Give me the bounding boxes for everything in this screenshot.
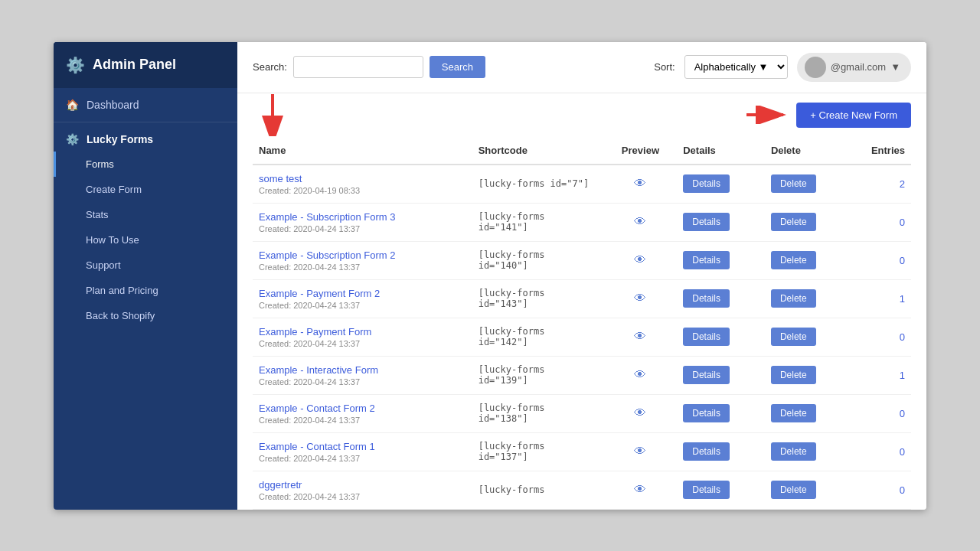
eye-icon[interactable]: 👁 bbox=[634, 368, 646, 381]
shortcode-cell: [lucky-forms id="142"] bbox=[472, 318, 604, 356]
form-name-link[interactable]: Example - Contact Form 1 bbox=[259, 441, 375, 452]
delete-button[interactable]: Delete bbox=[771, 481, 816, 499]
delete-button[interactable]: Delete bbox=[771, 174, 816, 193]
details-button[interactable]: Details bbox=[683, 366, 730, 384]
shortcode-cell: [lucky-forms id="140"] bbox=[472, 241, 604, 279]
form-date: Created: 2020-04-24 13:37 bbox=[259, 416, 466, 425]
search-label: Search: bbox=[253, 61, 287, 73]
details-button[interactable]: Details bbox=[683, 251, 730, 269]
preview-cell: 👁 bbox=[604, 241, 678, 279]
sidebar-item-forms[interactable]: Forms bbox=[54, 152, 237, 177]
delete-button[interactable]: Delete bbox=[771, 213, 816, 231]
entries-cell: 1 bbox=[853, 356, 911, 394]
arrow-down-svg bbox=[257, 94, 288, 136]
eye-icon[interactable]: 👁 bbox=[634, 445, 646, 458]
delete-cell: Delete bbox=[765, 432, 853, 471]
form-date: Created: 2020-04-24 13:37 bbox=[259, 262, 466, 272]
sort-label: Sort: bbox=[654, 61, 675, 73]
eye-icon[interactable]: 👁 bbox=[634, 177, 646, 190]
form-name-link[interactable]: Example - Payment Form 2 bbox=[259, 288, 380, 299]
form-name-link[interactable]: Example - Subscription Form 2 bbox=[259, 249, 395, 261]
details-cell: Details bbox=[677, 165, 765, 204]
eye-icon[interactable]: 👁 bbox=[634, 406, 646, 419]
form-name-link[interactable]: Example - Contact Form 2 bbox=[259, 403, 375, 414]
table-row: dggertretr Created: 2020-04-24 13:37 [lu… bbox=[253, 471, 911, 509]
shortcode-cell: [lucky-forms id="138"] bbox=[472, 394, 604, 432]
delete-button[interactable]: Delete bbox=[771, 251, 816, 269]
sidebar-item-stats[interactable]: Stats bbox=[54, 202, 237, 227]
details-button[interactable]: Details bbox=[683, 404, 730, 422]
delete-button[interactable]: Delete bbox=[771, 404, 816, 422]
form-date: Created: 2020-04-19 08:33 bbox=[259, 186, 466, 195]
create-new-form-button[interactable]: + Create New Form bbox=[796, 103, 911, 128]
delete-button[interactable]: Delete bbox=[771, 442, 816, 461]
form-name-link[interactable]: Example - Payment Form bbox=[259, 326, 371, 337]
sidebar: ⚙️ Admin Panel 🏠 Dashboard ⚙️ Lucky Form… bbox=[54, 42, 237, 510]
details-cell: Details bbox=[677, 432, 765, 471]
entries-cell: 1 bbox=[853, 279, 911, 318]
entries-cell: 0 bbox=[853, 318, 911, 356]
app-container: ⚙️ Admin Panel 🏠 Dashboard ⚙️ Lucky Form… bbox=[54, 42, 926, 510]
eye-icon[interactable]: 👁 bbox=[634, 330, 646, 343]
table-row: some test Created: 2020-04-19 08:33 [luc… bbox=[253, 165, 911, 204]
details-cell: Details bbox=[677, 471, 765, 509]
section-label: Lucky Forms bbox=[87, 133, 153, 145]
form-date: Created: 2020-04-24 13:37 bbox=[259, 377, 466, 386]
entries-cell: 0 bbox=[853, 394, 911, 432]
entries-cell: 2 bbox=[853, 165, 911, 204]
main-content: Search: Search Sort: Alphabetically ▼ Da… bbox=[237, 42, 926, 510]
sidebar-item-plan-and-pricing[interactable]: Plan and Pricing bbox=[54, 278, 237, 303]
sidebar-header: ⚙️ Admin Panel bbox=[54, 42, 237, 88]
user-badge[interactable]: @gmail.com ▼ bbox=[797, 53, 911, 82]
table-header-row: Name Shortcode Preview Details Delete En… bbox=[253, 137, 911, 165]
form-name-link[interactable]: some test bbox=[259, 173, 302, 184]
details-button[interactable]: Details bbox=[683, 289, 730, 308]
search-input[interactable] bbox=[293, 56, 423, 78]
details-button[interactable]: Details bbox=[683, 442, 730, 461]
delete-cell: Delete bbox=[765, 318, 853, 356]
table-row: Example - Payment Form Created: 2020-04-… bbox=[253, 318, 911, 356]
delete-cell: Delete bbox=[765, 356, 853, 394]
delete-button[interactable]: Delete bbox=[771, 289, 816, 308]
form-name-link[interactable]: Example - Subscription Form 3 bbox=[259, 211, 395, 223]
col-header-delete: Delete bbox=[765, 137, 853, 165]
sort-select[interactable]: Alphabetically ▼ Date Created Date Modif… bbox=[684, 55, 788, 79]
delete-cell: Delete bbox=[765, 241, 853, 279]
sidebar-item-how-to-use[interactable]: How To Use bbox=[54, 227, 237, 253]
form-name-link[interactable]: Example - Interactive Form bbox=[259, 364, 378, 376]
toolbar-left: Search: Search bbox=[253, 56, 485, 78]
table-row: Example - Interactive Form Created: 2020… bbox=[253, 356, 911, 394]
sidebar-item-back-to-shopify[interactable]: Back to Shopify bbox=[54, 303, 237, 328]
eye-icon[interactable]: 👁 bbox=[634, 253, 646, 266]
arrow-right-svg bbox=[746, 106, 789, 124]
details-button[interactable]: Details bbox=[683, 328, 730, 346]
col-header-details: Details bbox=[677, 137, 765, 165]
sidebar-item-support[interactable]: Support bbox=[54, 253, 237, 278]
lucky-forms-icon: ⚙️ bbox=[66, 133, 79, 145]
delete-cell: Delete bbox=[765, 165, 853, 204]
table-row: Example - Contact Form 1 Created: 2020-0… bbox=[253, 432, 911, 471]
details-button[interactable]: Details bbox=[683, 213, 730, 231]
sidebar-section: ⚙️ Lucky Forms bbox=[54, 122, 237, 148]
forms-table: Name Shortcode Preview Details Delete En… bbox=[253, 137, 911, 510]
toolbar: Search: Search Sort: Alphabetically ▼ Da… bbox=[237, 42, 926, 93]
delete-button[interactable]: Delete bbox=[771, 366, 816, 384]
delete-cell: Delete bbox=[765, 471, 853, 509]
sidebar-title: Admin Panel bbox=[93, 57, 176, 73]
eye-icon[interactable]: 👁 bbox=[634, 483, 646, 496]
preview-cell: 👁 bbox=[604, 356, 678, 394]
search-button[interactable]: Search bbox=[430, 56, 485, 78]
eye-icon[interactable]: 👁 bbox=[634, 215, 646, 228]
arrow-down-indicator bbox=[257, 94, 288, 136]
sidebar-item-create-form[interactable]: Create Form bbox=[54, 177, 237, 202]
eye-icon[interactable]: 👁 bbox=[634, 292, 646, 305]
details-button[interactable]: Details bbox=[683, 481, 730, 499]
forms-table-container: Name Shortcode Preview Details Delete En… bbox=[237, 137, 926, 510]
action-bar: + Create New Form bbox=[237, 93, 926, 137]
details-button[interactable]: Details bbox=[683, 174, 730, 193]
form-name-link[interactable]: dggertretr bbox=[259, 479, 302, 491]
details-cell: Details bbox=[677, 318, 765, 356]
sidebar-dashboard-item[interactable]: 🏠 Dashboard bbox=[54, 88, 237, 122]
delete-button[interactable]: Delete bbox=[771, 328, 816, 346]
form-date: Created: 2020-04-24 13:37 bbox=[259, 454, 466, 463]
